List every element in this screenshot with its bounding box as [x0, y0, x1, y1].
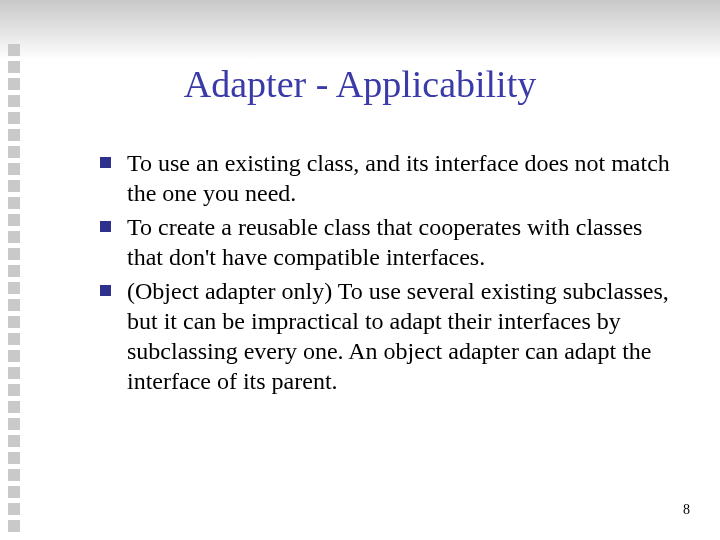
decorative-square-icon: [8, 418, 20, 430]
decorative-square-icon: [8, 452, 20, 464]
slide-content: To use an existing class, and its interf…: [100, 148, 678, 400]
decorative-square-icon: [8, 384, 20, 396]
page-number: 8: [683, 502, 690, 518]
decorative-square-icon: [8, 333, 20, 345]
decorative-square-icon: [8, 486, 20, 498]
decorative-square-icon: [8, 180, 20, 192]
bullet-item: To use an existing class, and its interf…: [100, 148, 678, 208]
bullet-marker-icon: [100, 157, 111, 168]
bullet-text: To use an existing class, and its interf…: [127, 148, 678, 208]
top-gradient-bar: [0, 0, 720, 60]
side-decorative-squares: [8, 44, 22, 537]
decorative-square-icon: [8, 112, 20, 124]
decorative-square-icon: [8, 129, 20, 141]
bullet-marker-icon: [100, 285, 111, 296]
decorative-square-icon: [8, 231, 20, 243]
slide-title: Adapter - Applicability: [0, 62, 720, 106]
decorative-square-icon: [8, 469, 20, 481]
bullet-text: (Object adapter only) To use several exi…: [127, 276, 678, 396]
bullet-item: (Object adapter only) To use several exi…: [100, 276, 678, 396]
decorative-square-icon: [8, 299, 20, 311]
decorative-square-icon: [8, 248, 20, 260]
bullet-item: To create a reusable class that cooperat…: [100, 212, 678, 272]
decorative-square-icon: [8, 163, 20, 175]
decorative-square-icon: [8, 44, 20, 56]
decorative-square-icon: [8, 435, 20, 447]
decorative-square-icon: [8, 282, 20, 294]
decorative-square-icon: [8, 146, 20, 158]
decorative-square-icon: [8, 316, 20, 328]
decorative-square-icon: [8, 197, 20, 209]
decorative-square-icon: [8, 214, 20, 226]
decorative-square-icon: [8, 503, 20, 515]
bullet-text: To create a reusable class that cooperat…: [127, 212, 678, 272]
bullet-marker-icon: [100, 221, 111, 232]
decorative-square-icon: [8, 265, 20, 277]
decorative-square-icon: [8, 350, 20, 362]
decorative-square-icon: [8, 401, 20, 413]
decorative-square-icon: [8, 520, 20, 532]
decorative-square-icon: [8, 367, 20, 379]
